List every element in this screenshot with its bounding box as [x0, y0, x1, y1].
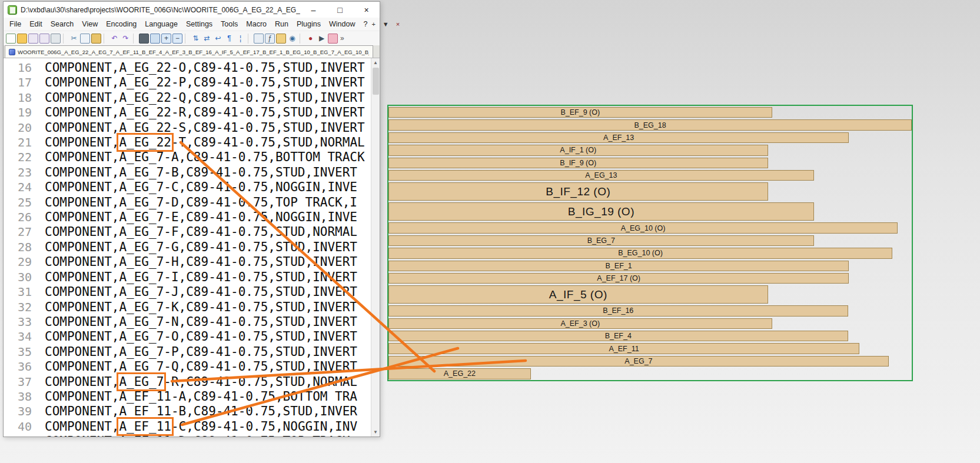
panel-bar-b-ef-16[interactable]: B_EF_16 — [388, 305, 848, 316]
macro-record-icon[interactable]: ● — [305, 34, 315, 44]
copy-icon[interactable] — [80, 34, 90, 44]
show-all-characters-icon[interactable]: ¶ — [224, 34, 234, 44]
annotation-box-a-eg-22: A_EG_22 — [119, 135, 171, 149]
sync-scroll-horizontal-icon[interactable]: ⇄ — [202, 34, 212, 44]
scroll-up-arrow-icon[interactable]: ▲ — [371, 58, 380, 67]
macro-save-icon[interactable] — [328, 34, 338, 44]
cut-icon[interactable]: ✂ — [69, 34, 79, 44]
panel-bar-b-if-12[interactable]: B_IF_12 (O) — [388, 182, 768, 201]
line-number: 31 — [4, 285, 40, 299]
toolbar-overflow-icon[interactable]: » — [340, 34, 344, 42]
panel-bar-a-eg-22[interactable]: A_EG_22 — [388, 368, 531, 379]
zoom-in-icon[interactable]: + — [161, 34, 171, 44]
panel-bar-a-eg-10[interactable]: A_EG_10 (O) — [388, 222, 898, 233]
document-tab[interactable]: WOORITE_006G_A_EG_22_A_EG_7_A_EF_11_B_EF… — [5, 45, 373, 58]
macro-play-icon[interactable]: ▶ — [317, 34, 327, 44]
find-icon[interactable] — [139, 34, 149, 44]
line-number: 21 — [4, 135, 40, 150]
menu-close-button[interactable]: × — [396, 21, 400, 28]
code-area[interactable]: 16COMPONENT,A_EG_22-O,C89-41-0.75,STUD,I… — [4, 58, 371, 437]
panel-bar-a-ef-17[interactable]: A_EF_17 (O) — [388, 273, 849, 284]
line-number: 32 — [4, 300, 40, 315]
title-bar[interactable]: D:\vxbd\au\30\shared\projects\WOORITE_00… — [4, 2, 380, 18]
monitoring-icon[interactable]: ◉ — [287, 34, 297, 44]
menu-right: +▼× — [371, 21, 406, 28]
panel-bar-a-if-5[interactable]: A_IF_5 (O) — [388, 285, 768, 304]
menu-item-run[interactable]: Run — [271, 19, 293, 29]
toolbar-separator — [185, 34, 188, 44]
bar-label: B_EG_7 — [587, 237, 615, 245]
function-list-icon[interactable]: ƒ — [265, 34, 275, 44]
menu-item-help[interactable]: ? — [359, 19, 371, 29]
panel-bar-a-ef-13[interactable]: A_EF_13 — [388, 132, 849, 143]
new-file-icon[interactable] — [6, 34, 16, 44]
undo-icon[interactable]: ↶ — [109, 34, 119, 44]
document-map-icon[interactable] — [254, 34, 264, 44]
line-text: COMPONENT,A_EG_7-O,C89-41-0.75,STUD,INVE… — [40, 329, 357, 344]
code-line: 25COMPONENT,A_EG_7-D,C89-41-0.75,TOP TRA… — [4, 195, 371, 210]
menu-item-search[interactable]: Search — [46, 19, 78, 29]
open-folder-icon[interactable] — [17, 34, 27, 44]
bar-label: A_EF_17 (O) — [597, 274, 640, 282]
line-text: COMPONENT,A_EG_7-F,C89-41-0.75,STUD,NORM… — [40, 225, 357, 239]
menu-plus-button[interactable]: + — [371, 21, 375, 28]
close-button[interactable]: × — [353, 2, 380, 18]
menu-item-view[interactable]: View — [78, 19, 102, 29]
zoom-out-icon[interactable]: − — [172, 34, 182, 44]
line-text: COMPONENT,A_EG_7-I,C89-41-0.75,STUD,INVE… — [40, 270, 357, 285]
save-all-icon[interactable] — [39, 34, 49, 44]
menu-dropdown-button[interactable]: ▼ — [383, 21, 389, 28]
line-text: COMPONENT,A_EG_7-K,C89-41-0.75,STUD,INVE… — [40, 300, 357, 315]
sync-scroll-vertical-icon[interactable]: ⇅ — [191, 34, 201, 44]
bar-label: A_EF_11 — [609, 345, 639, 353]
panel-bar-b-eg-10[interactable]: B_EG_10 (O) — [388, 248, 892, 258]
panel-bar-a-if-1[interactable]: A_IF_1 (O) — [388, 145, 768, 155]
save-icon[interactable] — [28, 34, 38, 44]
notepadpp-window: D:\vxbd\au\30\shared\projects\WOORITE_00… — [3, 1, 380, 437]
menu-item-language[interactable]: Language — [141, 19, 182, 29]
panel-bar-b-ef-9[interactable]: B_EF_9 (O) — [388, 107, 772, 118]
menu-item-macro[interactable]: Macro — [242, 19, 271, 29]
menu-item-tools[interactable]: Tools — [217, 19, 242, 29]
panel-bar-b-ig-19[interactable]: B_IG_19 (O) — [388, 202, 814, 221]
editor[interactable]: 16COMPONENT,A_EG_22-O,C89-41-0.75,STUD,I… — [4, 58, 380, 437]
menu-item-encoding[interactable]: Encoding — [102, 19, 141, 29]
line-number: 24 — [4, 180, 40, 195]
word-wrap-icon[interactable]: ↩ — [213, 34, 223, 44]
panel-bar-b-ef-1[interactable]: B_EF_1 — [388, 261, 849, 271]
folder-as-workspace-icon[interactable] — [276, 34, 286, 44]
scrollbar-thumb[interactable] — [373, 68, 379, 95]
line-text: COMPONENT,A_EG_22-O,C89-41-0.75,STUD,INV… — [40, 61, 365, 75]
code-line: 41COMPONENT,A_EF_11-D,C89-41-0.75,TOP TR… — [4, 434, 371, 437]
panel-bar-a-ef-3[interactable]: A_EF_3 (O) — [388, 318, 772, 329]
menu-item-file[interactable]: File — [5, 19, 25, 29]
minimize-button[interactable]: – — [300, 2, 327, 18]
panel-bar-b-ef-4[interactable]: B_EF_4 — [388, 331, 848, 341]
vertical-scrollbar[interactable]: ▲ ▼ — [371, 58, 380, 437]
menu-item-window[interactable]: Window — [325, 19, 359, 29]
panel-bar-b-eg-7[interactable]: B_EG_7 — [388, 235, 814, 246]
menu-item-plugins[interactable]: Plugins — [293, 19, 325, 29]
menu-item-settings[interactable]: Settings — [182, 19, 217, 29]
panel-bar-b-eg-18[interactable]: B_EG_18 — [388, 119, 912, 130]
code-line: 28COMPONENT,A_EG_7-G,C89-41-0.75,STUD,IN… — [4, 240, 371, 255]
replace-icon[interactable] — [150, 34, 160, 44]
bar-label: B_IF_9 (O) — [560, 159, 596, 167]
panel-bar-a-ef-11[interactable]: A_EF_11 — [388, 343, 859, 354]
bar-label: A_EG_22 — [444, 369, 476, 378]
print-icon[interactable] — [51, 34, 61, 44]
indent-guide-icon[interactable]: ¦ — [235, 34, 245, 44]
line-text: COMPONENT,A_EG_7-P,C89-41-0.75,STUD,INVE… — [40, 345, 357, 359]
redo-icon[interactable]: ↷ — [121, 34, 131, 44]
panel-bar-a-eg-7[interactable]: A_EG_7 — [388, 356, 889, 367]
line-number: 33 — [4, 315, 40, 329]
menu-item-edit[interactable]: Edit — [25, 19, 46, 29]
scroll-down-arrow-icon[interactable]: ▼ — [371, 428, 380, 437]
line-text: COMPONENT,A_EG_22-R,C89-41-0.75,STUD,INV… — [40, 105, 365, 120]
paste-icon[interactable] — [91, 34, 101, 44]
code-line: 24COMPONENT,A_EG_7-C,C89-41-0.75,NOGGIN,… — [4, 180, 371, 195]
maximize-button[interactable]: □ — [327, 2, 353, 18]
panel-bar-a-eg-13[interactable]: A_EG_13 — [388, 170, 814, 181]
code-line: 27COMPONENT,A_EG_7-F,C89-41-0.75,STUD,NO… — [4, 225, 371, 239]
panel-bar-b-if-9[interactable]: B_IF_9 (O) — [388, 158, 768, 168]
